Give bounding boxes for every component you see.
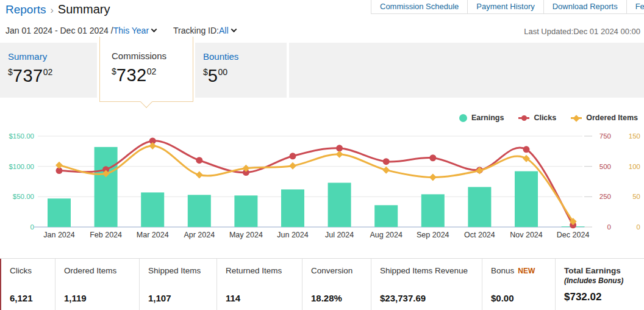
tab-commissions-value: $73202 bbox=[112, 65, 193, 85]
stat-bonus[interactable]: BonusNEW $0.00 bbox=[482, 259, 555, 310]
svg-text:Oct 2024: Oct 2024 bbox=[464, 231, 495, 239]
svg-text:Mar 2024: Mar 2024 bbox=[137, 231, 169, 239]
filter-row: Jan 01 2024 - Dec 01 2024 / This Year Tr… bbox=[5, 26, 236, 35]
last-updated-text: Last Updated:Dec 01 2024 00:00 bbox=[524, 27, 640, 36]
stat-returned-items[interactable]: Returned Items 114 bbox=[216, 259, 302, 310]
svg-text:Dec 2024: Dec 2024 bbox=[557, 231, 590, 239]
tab-strip-filler bbox=[289, 43, 644, 98]
stat-shipped-items-revenue[interactable]: Shipped Items Revenue $23,737.69 bbox=[371, 259, 482, 310]
svg-text:May 2024: May 2024 bbox=[229, 231, 263, 239]
earnings-marker-icon bbox=[459, 114, 467, 122]
tab-summary[interactable]: Summary $73702 bbox=[0, 43, 97, 98]
date-preset-dropdown[interactable]: This Year bbox=[113, 26, 149, 35]
chevron-down-icon[interactable] bbox=[231, 26, 237, 32]
legend-earnings[interactable]: Earnings bbox=[459, 114, 504, 122]
clicks-dot-icon bbox=[521, 115, 527, 121]
legend-clicks[interactable]: Clicks bbox=[518, 114, 556, 122]
svg-text:Jun 2024: Jun 2024 bbox=[277, 231, 308, 239]
page-title: Summary bbox=[58, 2, 110, 16]
earnings-chart-section: $150.00750150$100.00500100$50.0025050000… bbox=[0, 109, 644, 248]
tab-bounties-label: Bounties bbox=[203, 51, 287, 62]
new-badge: NEW bbox=[518, 267, 535, 275]
stat-clicks[interactable]: Clicks 6,121 bbox=[0, 259, 55, 310]
clicks-marker-icon bbox=[518, 114, 529, 122]
summary-stats-row: Clicks 6,121 Ordered Items 1,119 Shipped… bbox=[0, 258, 644, 310]
legend-ordered-items[interactable]: Ordered Items bbox=[571, 114, 638, 122]
tab-bounties-value: $500 bbox=[203, 66, 287, 86]
svg-text:Sep 2024: Sep 2024 bbox=[417, 231, 449, 239]
svg-text:500: 500 bbox=[599, 163, 611, 170]
svg-text:100: 100 bbox=[629, 163, 640, 170]
earnings-clicks-ordered-chart: $150.00750150$100.00500100$50.0025050000… bbox=[0, 109, 644, 248]
svg-text:$150.00: $150.00 bbox=[9, 132, 34, 140]
payment-history-button[interactable]: Payment History bbox=[467, 0, 543, 14]
tab-commissions-selected-card[interactable]: Commissions $73202 bbox=[99, 37, 193, 102]
tab-summary-value: $73702 bbox=[8, 66, 97, 86]
svg-text:0: 0 bbox=[607, 223, 611, 231]
svg-text:Jan 2024: Jan 2024 bbox=[43, 231, 74, 239]
svg-text:250: 250 bbox=[599, 193, 611, 200]
tab-commissions-label: Commissions bbox=[112, 51, 193, 61]
top-nav-strip: Commission Schedule Payment History Down… bbox=[371, 0, 644, 14]
svg-text:$50.00: $50.00 bbox=[13, 193, 34, 200]
summary-tabs: Summary $73702 Bounties $500 bbox=[0, 43, 644, 98]
tracking-id-label: Tracking ID: bbox=[173, 26, 219, 35]
callout-pointer bbox=[140, 96, 152, 108]
chart-legend: Earnings Clicks Ordered Items bbox=[459, 114, 638, 122]
svg-text:$100.00: $100.00 bbox=[9, 163, 34, 170]
stat-shipped-items[interactable]: Shipped Items 1,107 bbox=[139, 259, 216, 310]
svg-text:Aug 2024: Aug 2024 bbox=[370, 231, 402, 239]
breadcrumb-separator: › bbox=[51, 5, 54, 15]
tab-summary-label: Summary bbox=[8, 51, 97, 62]
stat-total-earnings[interactable]: Total Earnings (Includes Bonus) $732.02 bbox=[555, 259, 644, 310]
commission-schedule-button[interactable]: Commission Schedule bbox=[371, 0, 467, 14]
svg-text:0: 0 bbox=[30, 223, 34, 231]
svg-text:150: 150 bbox=[629, 132, 640, 140]
feedback-button[interactable]: Feedback bbox=[626, 0, 644, 14]
tab-bounties[interactable]: Bounties $500 bbox=[195, 43, 287, 98]
ordered-items-marker-icon bbox=[571, 114, 582, 122]
tracking-id-dropdown[interactable]: All bbox=[219, 26, 229, 35]
stat-ordered-items[interactable]: Ordered Items 1,119 bbox=[55, 259, 139, 310]
svg-text:750: 750 bbox=[599, 132, 611, 140]
date-range-text: Jan 01 2024 - Dec 01 2024 / bbox=[5, 26, 113, 35]
stat-conversion[interactable]: Conversion 18.28% bbox=[302, 259, 371, 310]
svg-text:Apr 2024: Apr 2024 bbox=[184, 231, 215, 239]
ordered-items-diamond-icon bbox=[573, 115, 580, 121]
breadcrumb-reports-link[interactable]: Reports bbox=[5, 3, 46, 16]
svg-text:Feb 2024: Feb 2024 bbox=[90, 231, 122, 239]
svg-text:Nov 2024: Nov 2024 bbox=[510, 231, 543, 239]
svg-text:50: 50 bbox=[632, 193, 640, 200]
svg-text:0: 0 bbox=[637, 223, 640, 231]
chevron-down-icon[interactable] bbox=[151, 26, 157, 32]
breadcrumb: Reports›Summary bbox=[5, 2, 110, 16]
svg-text:Jul 2024: Jul 2024 bbox=[325, 231, 354, 239]
download-reports-button[interactable]: Download Reports bbox=[543, 0, 626, 14]
